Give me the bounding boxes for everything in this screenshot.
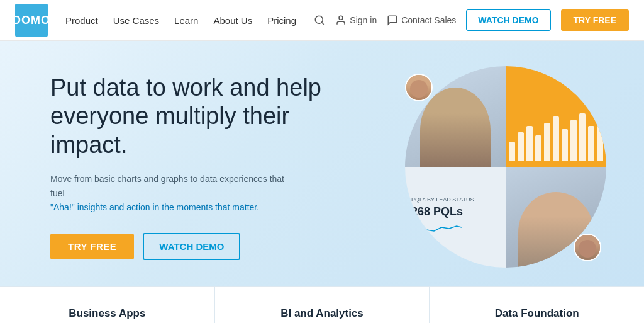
- avatar-2: [574, 234, 601, 261]
- nav-item-use-cases[interactable]: Use Cases: [113, 13, 159, 28]
- logo-text: DOMO: [13, 14, 50, 27]
- user-icon: [335, 14, 347, 26]
- bar-chart-quadrant: [506, 66, 606, 167]
- chat-icon: [387, 14, 398, 26]
- sparkline-svg: [411, 221, 462, 239]
- bar: [509, 142, 515, 161]
- bar: [562, 129, 568, 161]
- bar: [518, 132, 524, 161]
- navbar-right: Sign in Contact Sales WATCH DEMO TRY FRE…: [314, 9, 629, 31]
- contact-sales-button[interactable]: Contact Sales: [387, 14, 456, 26]
- nav-item-product[interactable]: Product: [65, 13, 98, 28]
- bar: [570, 120, 577, 161]
- hero-section: Put data to work and help everyone multi…: [0, 41, 644, 286]
- hero-content: Put data to work and help everyone multi…: [50, 74, 340, 261]
- nav-item-learn[interactable]: Learn: [174, 13, 198, 28]
- bar: [553, 116, 559, 161]
- avatar-1: [405, 74, 433, 101]
- stat-quadrant: PQLs BY LEAD STATUS 268 PQLs: [405, 167, 506, 268]
- search-button[interactable]: [314, 14, 325, 26]
- mini-sparkline: [411, 221, 499, 239]
- hero-watch-demo-button[interactable]: WATCH DEMO: [143, 233, 240, 260]
- bar: [588, 126, 594, 161]
- card-business-apps-title: Business Apps: [23, 307, 192, 320]
- hero-subtext-line1: Move from basic charts and graphs to dat…: [50, 174, 284, 198]
- sign-in-label: Sign in: [350, 15, 377, 25]
- bar: [535, 135, 541, 161]
- card-data-foundation-title: Data Foundation: [452, 307, 621, 320]
- card-data-foundation: Data Foundation Build data experiences o…: [430, 287, 644, 323]
- card-business-apps: Business Apps Make better, faster decisi…: [0, 287, 215, 323]
- svg-point-0: [316, 16, 323, 23]
- cards-section: Business Apps Make better, faster decisi…: [0, 286, 644, 323]
- hero-headline: Put data to work and help everyone multi…: [50, 74, 340, 160]
- hero-visual: PQLs BY LEAD STATUS 268 PQLs: [367, 72, 606, 261]
- hero-subtext-line2: "Aha!" insights and action in the moment…: [50, 202, 259, 212]
- hero-buttons: TRY FREE WATCH DEMO: [50, 233, 340, 260]
- nav-item-about-us[interactable]: About Us: [213, 13, 252, 28]
- hero-circle-collage: PQLs BY LEAD STATUS 268 PQLs: [405, 66, 606, 268]
- hero-subtext: Move from basic charts and graphs to dat…: [50, 172, 289, 214]
- nav-links: Product Use Cases Learn About Us Pricing: [65, 13, 296, 28]
- card-bi-analytics-title: BI and Analytics: [238, 307, 407, 320]
- navbar-try-free-button[interactable]: TRY FREE: [561, 9, 629, 31]
- navbar-left: DOMO Product Use Cases Learn About Us Pr…: [15, 4, 296, 37]
- stat-value: 268 PQLs: [411, 205, 499, 218]
- logo[interactable]: DOMO: [15, 4, 48, 37]
- hero-try-free-button[interactable]: TRY FREE: [50, 234, 134, 259]
- bar: [579, 113, 586, 161]
- bar: [597, 110, 603, 161]
- contact-sales-label: Contact Sales: [401, 15, 456, 25]
- search-icon: [314, 14, 325, 26]
- card-bi-analytics: BI and Analytics Use intuitive dashboard…: [215, 287, 430, 323]
- nav-item-pricing[interactable]: Pricing: [267, 13, 296, 28]
- navbar: DOMO Product Use Cases Learn About Us Pr…: [0, 0, 644, 41]
- svg-line-1: [322, 22, 324, 24]
- navbar-watch-demo-button[interactable]: WATCH DEMO: [466, 9, 550, 31]
- mini-bar-chart: [509, 110, 603, 161]
- sign-in-button[interactable]: Sign in: [335, 14, 377, 26]
- svg-point-2: [339, 16, 343, 20]
- bar: [544, 123, 550, 161]
- bar: [526, 126, 533, 161]
- stat-label: PQLs BY LEAD STATUS: [411, 196, 499, 203]
